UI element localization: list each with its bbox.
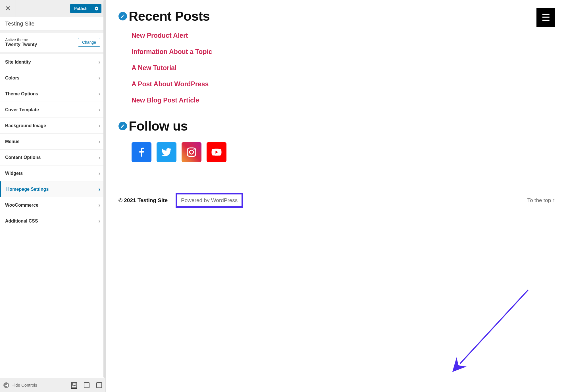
sidebar-item-label: Content Options [5,155,41,160]
active-theme-label: Active theme [5,37,78,42]
chevron-right-icon: › [98,106,100,113]
sidebar-item-label: Additional CSS [5,219,38,224]
youtube-icon [211,146,222,158]
sidebar-item-content-options[interactable]: Content Options› [0,150,105,165]
sidebar-item-label: Menus [5,139,20,144]
edit-shortcut-button[interactable] [118,12,127,20]
instagram-link[interactable] [182,142,201,162]
follow-us-heading: Follow us [118,118,555,134]
sidebar-item-additional-css[interactable]: Additional CSS› [0,213,105,229]
chevron-right-icon: › [98,186,100,192]
sidebar-item-label: Homepage Settings [6,187,49,192]
sidebar-item-label: Theme Options [5,91,38,97]
hide-controls-button[interactable]: Hide Controls [11,383,71,387]
publish-button[interactable]: Publish [70,4,91,13]
chevron-right-icon: › [98,91,100,97]
post-link[interactable]: A New Tutorial [132,64,555,72]
sidebar-item-site-identity[interactable]: Site Identity› [0,54,105,70]
site-name[interactable]: Testing Site [0,17,105,31]
chevron-right-icon: › [98,75,100,81]
sidebar-item-colors[interactable]: Colors› [0,70,105,86]
sidebar-item-label: Background Image [5,123,46,128]
menu-button[interactable]: ☰ [536,8,555,27]
post-link[interactable]: A Post About WordPress [132,80,555,88]
sidebar-item-label: Site Identity [5,60,31,65]
tablet-preview-button[interactable] [84,382,90,388]
to-top-link[interactable]: To the top ↑ [527,197,555,204]
sidebar-item-background-image[interactable]: Background Image› [0,118,105,134]
sidebar-item-cover-template[interactable]: Cover Template› [0,102,105,118]
chevron-right-icon: › [98,59,100,65]
chevron-right-icon: › [98,170,100,177]
collapse-icon[interactable]: ◀ [3,382,9,388]
svg-line-0 [460,290,528,364]
recent-posts-list: New Product AlertInformation About a Top… [132,32,555,104]
facebook-icon [136,146,147,158]
active-theme-row: Active theme Twenty Twenty Change [0,33,105,52]
facebook-link[interactable] [132,142,151,162]
customizer-menu-list: Site Identity›Colors›Theme Options›Cover… [0,54,105,378]
powered-by-link[interactable]: Powered by WordPress [176,193,243,208]
copyright-text: © 2021 Testing Site [118,197,168,204]
annotation-arrow [452,287,531,372]
twitter-icon [161,146,172,158]
footer-divider [118,182,555,182]
change-theme-button[interactable]: Change [78,38,100,47]
chevron-right-icon: › [98,138,100,145]
site-preview: ☰ Recent Posts New Product AlertInformat… [106,0,568,392]
youtube-link[interactable] [207,142,226,162]
post-link[interactable]: New Product Alert [132,32,555,39]
customizer-sidebar: ✕ Publish Testing Site Active theme Twen… [0,0,106,392]
post-link[interactable]: Information About a Topic [132,48,555,56]
close-button[interactable]: ✕ [0,0,16,17]
pencil-icon [120,124,125,128]
chevron-right-icon: › [98,122,100,129]
sidebar-item-menus[interactable]: Menus› [0,134,105,150]
twitter-link[interactable] [157,142,176,162]
chevron-right-icon: › [98,218,100,224]
theme-name: Twenty Twenty [5,42,37,47]
sidebar-item-homepage-settings[interactable]: Homepage Settings› [0,181,105,197]
post-link[interactable]: New Blog Post Article [132,97,555,104]
sidebar-item-label: WooCommerce [5,203,38,208]
sidebar-item-woocommerce[interactable]: WooCommerce› [0,197,105,213]
recent-posts-heading: Recent Posts [118,9,555,24]
sidebar-header: ✕ Publish [0,0,105,17]
sidebar-item-label: Cover Template [5,107,39,112]
chevron-right-icon: › [98,202,100,208]
sidebar-item-label: Colors [5,76,20,81]
hamburger-icon: ☰ [542,12,550,22]
instagram-icon [186,146,197,158]
publish-settings-button[interactable] [91,4,101,13]
desktop-preview-button[interactable] [71,382,77,388]
edit-shortcut-button[interactable] [118,122,127,130]
mobile-preview-button[interactable] [96,382,102,388]
gear-icon [94,6,99,11]
social-icons [132,142,555,162]
sidebar-footer: ◀ Hide Controls [0,378,105,392]
sidebar-item-widgets[interactable]: Widgets› [0,165,105,181]
pencil-icon [120,14,125,18]
desktop-icon [72,382,76,387]
site-footer: © 2021 Testing Site Powered by WordPress… [118,191,555,210]
sidebar-item-label: Widgets [5,171,23,176]
chevron-right-icon: › [98,154,100,161]
section-title: Recent Posts [129,9,210,24]
sidebar-item-theme-options[interactable]: Theme Options› [0,86,105,102]
device-preview-toggles [71,382,102,388]
section-title: Follow us [129,118,188,134]
